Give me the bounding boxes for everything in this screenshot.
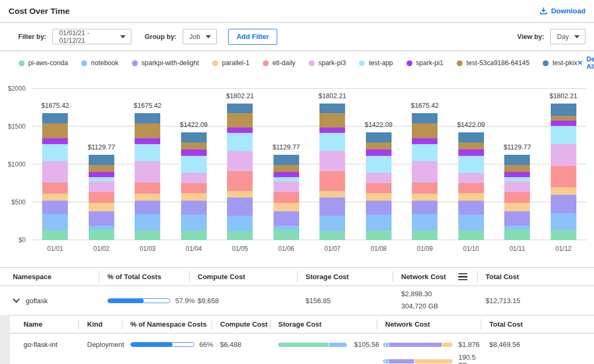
bar-segment-test-53ca9186-64145[interactable] <box>458 143 484 149</box>
stacked-bar-01/06[interactable]: $1129.77 <box>263 89 310 240</box>
col-header-compute-cost[interactable]: Compute Cost <box>189 268 297 286</box>
bar-segment-pi-aws-conda[interactable] <box>319 231 345 240</box>
bar-segment-notebook[interactable] <box>135 214 160 231</box>
bar-segment-parallel-1[interactable] <box>319 191 345 197</box>
bar-segment-test-app[interactable] <box>504 177 530 181</box>
legend-item-parallel-1[interactable]: parallel-1 <box>212 59 249 67</box>
bar-segment-spark-pi1[interactable] <box>273 172 299 177</box>
bar-segment-spark-pi1[interactable] <box>42 138 68 144</box>
bar-segment-spark-pi1[interactable] <box>135 138 160 144</box>
col-header-pct-namespace-costs[interactable]: % of Namespace Costs <box>122 315 212 333</box>
bar-segment-test-53ca9186-64145[interactable] <box>273 165 299 171</box>
bar-segment-notebook[interactable] <box>42 214 68 231</box>
bar-segment-sparkpi-with-delight[interactable] <box>504 211 530 226</box>
bar-segment-spark-pi3[interactable] <box>319 151 345 171</box>
bar-segment-spark-pi1[interactable] <box>504 172 530 177</box>
add-filter-button[interactable]: Add Filter <box>228 29 278 45</box>
stacked-bar-01/12[interactable]: $1802.21 <box>541 89 587 240</box>
col-header-compute-cost[interactable]: Compute Cost <box>212 315 270 333</box>
bar-segment-spark-pi1[interactable] <box>227 128 253 133</box>
bar-segment-spark-pi1[interactable] <box>551 121 576 126</box>
bar-segment-test-pkix[interactable] <box>412 113 437 123</box>
bar-segment-notebook[interactable] <box>181 215 207 231</box>
bar-segment-spark-pi3[interactable] <box>458 173 484 183</box>
bar-segment-etl-daily[interactable] <box>551 166 576 187</box>
bar-segment-test-pkix[interactable] <box>458 132 484 142</box>
bar-segment-test-53ca9186-64145[interactable] <box>319 113 345 128</box>
bar-segment-notebook[interactable] <box>273 226 299 230</box>
bar-segment-pi-aws-conda[interactable] <box>551 230 576 240</box>
legend-item-test-app[interactable]: test-app <box>359 59 393 67</box>
bar-segment-sparkpi-with-delight[interactable] <box>551 195 576 214</box>
bar-segment-test-pkix[interactable] <box>89 155 114 165</box>
bar-segment-etl-daily[interactable] <box>458 183 484 193</box>
bar-segment-etl-daily[interactable] <box>89 192 114 203</box>
legend-item-test-pkix[interactable]: test-pkix <box>543 59 577 67</box>
stacked-bar-01/04[interactable]: $1422.09 <box>171 89 217 240</box>
bar-segment-sparkpi-with-delight[interactable] <box>366 201 392 215</box>
bar-segment-pi-aws-conda[interactable] <box>227 231 253 240</box>
bar-segment-pi-aws-conda[interactable] <box>42 231 68 240</box>
col-header-storage-cost[interactable]: Storage Cost <box>270 315 377 333</box>
bar-segment-test-pkix[interactable] <box>551 104 576 116</box>
bar-segment-spark-pi1[interactable] <box>319 128 345 133</box>
bar-segment-sparkpi-with-delight[interactable] <box>89 211 114 226</box>
bar-segment-sparkpi-with-delight[interactable] <box>412 201 437 215</box>
bar-segment-parallel-1[interactable] <box>458 193 484 200</box>
bar-segment-spark-pi3[interactable] <box>135 161 160 183</box>
bar-segment-spark-pi3[interactable] <box>181 173 207 183</box>
bar-segment-test-pkix[interactable] <box>181 132 207 142</box>
bar-segment-pi-aws-conda[interactable] <box>412 231 437 240</box>
bar-segment-parallel-1[interactable] <box>504 203 530 211</box>
legend-item-spark-pi3[interactable]: spark-pi3 <box>309 59 346 67</box>
bar-segment-etl-daily[interactable] <box>181 183 207 193</box>
bar-segment-test-53ca9186-64145[interactable] <box>89 165 114 171</box>
bar-segment-parallel-1[interactable] <box>181 193 207 200</box>
download-button[interactable]: Download <box>540 7 586 15</box>
col-header-kind[interactable]: Kind <box>79 315 122 333</box>
bar-segment-pi-aws-conda[interactable] <box>181 231 207 240</box>
bar-segment-spark-pi3[interactable] <box>42 161 68 183</box>
bar-segment-spark-pi3[interactable] <box>227 151 253 171</box>
bar-segment-sparkpi-with-delight[interactable] <box>181 201 207 215</box>
bar-segment-spark-pi1[interactable] <box>89 172 114 177</box>
bar-segment-parallel-1[interactable] <box>89 203 114 211</box>
bar-segment-test-53ca9186-64145[interactable] <box>181 143 207 149</box>
bar-segment-test-53ca9186-64145[interactable] <box>366 143 392 149</box>
view-by-select[interactable]: Day <box>550 29 585 44</box>
legend-item-test-53ca9186-64145[interactable]: test-53ca9186-64145 <box>457 59 529 67</box>
bar-segment-parallel-1[interactable] <box>366 193 392 200</box>
bar-segment-spark-pi3[interactable] <box>366 173 392 183</box>
bar-segment-test-app[interactable] <box>319 133 345 151</box>
bar-segment-pi-aws-conda[interactable] <box>135 231 160 240</box>
stacked-bar-01/11[interactable]: $1129.77 <box>494 89 541 240</box>
bar-segment-test-53ca9186-64145[interactable] <box>42 123 68 138</box>
bar-segment-pi-aws-conda[interactable] <box>458 231 484 240</box>
bar-segment-parallel-1[interactable] <box>135 194 160 201</box>
stacked-bar-01/03[interactable]: $1675.42 <box>124 89 171 240</box>
bar-segment-etl-daily[interactable] <box>366 183 392 193</box>
stacked-bar-01/07[interactable]: $1802.21 <box>309 89 356 240</box>
bar-segment-etl-daily[interactable] <box>227 171 253 191</box>
bar-segment-test-53ca9186-64145[interactable] <box>504 165 530 171</box>
bar-segment-sparkpi-with-delight[interactable] <box>135 201 160 215</box>
legend-item-sparkpi-with-delight[interactable]: sparkpi-with-delight <box>132 59 199 67</box>
col-header-network-cost[interactable]: Network Cost <box>393 268 477 286</box>
bar-segment-sparkpi-with-delight[interactable] <box>319 197 345 216</box>
col-header-name[interactable]: Name <box>10 315 79 333</box>
bar-segment-etl-daily[interactable] <box>135 183 160 194</box>
stacked-bar-01/09[interactable]: $1675.42 <box>402 89 448 240</box>
namespace-expander-goflask[interactable]: goflask <box>0 297 99 305</box>
bar-segment-pi-aws-conda[interactable] <box>504 230 530 240</box>
col-header-pct-total-costs[interactable]: % of Total Costs <box>99 268 189 286</box>
bar-segment-notebook[interactable] <box>319 216 345 231</box>
bar-segment-sparkpi-with-delight[interactable] <box>458 201 484 215</box>
bar-segment-parallel-1[interactable] <box>412 194 437 201</box>
bar-segment-test-53ca9186-64145[interactable] <box>412 123 437 138</box>
bar-segment-test-app[interactable] <box>135 144 160 162</box>
bar-segment-notebook[interactable] <box>551 213 576 230</box>
bar-segment-pi-aws-conda[interactable] <box>366 231 392 240</box>
bar-segment-etl-daily[interactable] <box>412 183 437 194</box>
bar-segment-notebook[interactable] <box>227 216 253 231</box>
bar-segment-test-pkix[interactable] <box>504 155 530 165</box>
